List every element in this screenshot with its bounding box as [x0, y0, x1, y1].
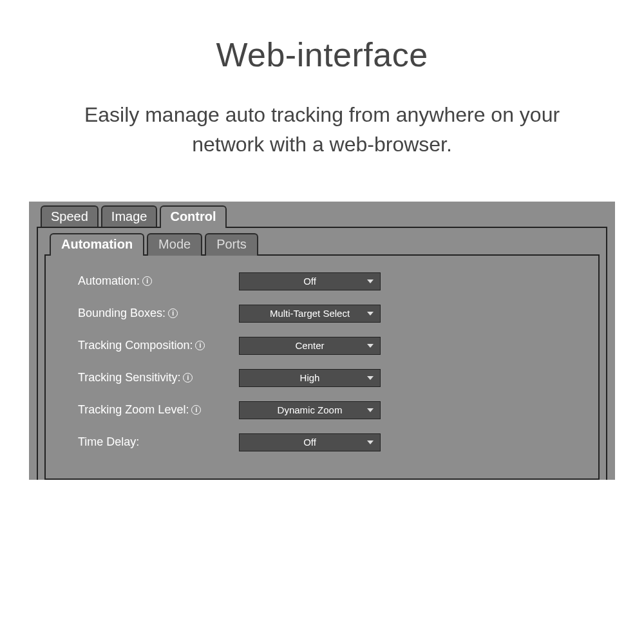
label-automation: Automation: i	[78, 274, 239, 288]
info-icon[interactable]: i	[183, 373, 193, 383]
row-bounding-boxes: Bounding Boxes: i Multi-Target Select	[78, 305, 585, 323]
control-tab-content: Automation Mode Ports Automation: i Off …	[37, 227, 607, 480]
label-automation-text: Automation:	[78, 274, 140, 288]
row-automation: Automation: i Off	[78, 272, 585, 290]
subtab-ports[interactable]: Ports	[205, 233, 258, 256]
label-bounding-boxes: Bounding Boxes: i	[78, 307, 239, 320]
chevron-down-icon	[367, 408, 374, 412]
label-tracking-composition: Tracking Composition: i	[78, 339, 239, 352]
settings-panel: Speed Image Control Automation Mode Port…	[29, 202, 615, 480]
chevron-down-icon	[367, 279, 374, 283]
select-tracking-zoom-level[interactable]: Dynamic Zoom	[239, 401, 381, 419]
select-automation[interactable]: Off	[239, 272, 381, 290]
label-tracking-composition-text: Tracking Composition:	[78, 339, 193, 352]
select-bounding-boxes[interactable]: Multi-Target Select	[239, 305, 381, 323]
select-tracking-sensitivity-value: High	[300, 372, 320, 383]
top-tabs: Speed Image Control	[41, 205, 611, 228]
row-time-delay: Time Delay: Off	[78, 433, 585, 451]
select-time-delay[interactable]: Off	[239, 433, 381, 451]
tab-control[interactable]: Control	[160, 205, 226, 228]
page-subtitle: Easily manage auto tracking from anywher…	[0, 100, 644, 160]
select-tracking-sensitivity[interactable]: High	[239, 369, 381, 387]
info-icon[interactable]: i	[195, 341, 205, 350]
label-time-delay: Time Delay:	[78, 435, 239, 449]
chevron-down-icon	[367, 376, 374, 380]
chevron-down-icon	[367, 312, 374, 316]
row-tracking-sensitivity: Tracking Sensitivity: i High	[78, 369, 585, 387]
select-bounding-boxes-value: Multi-Target Select	[270, 308, 350, 319]
row-tracking-zoom-level: Tracking Zoom Level: i Dynamic Zoom	[78, 401, 585, 419]
info-icon[interactable]: i	[168, 308, 178, 318]
label-tracking-sensitivity: Tracking Sensitivity: i	[78, 371, 239, 384]
info-icon[interactable]: i	[191, 405, 201, 415]
chevron-down-icon	[367, 344, 374, 348]
label-tracking-sensitivity-text: Tracking Sensitivity:	[78, 371, 180, 384]
select-time-delay-value: Off	[303, 437, 316, 448]
tab-speed[interactable]: Speed	[41, 205, 99, 228]
select-tracking-composition[interactable]: Center	[239, 337, 381, 355]
sub-tabs: Automation Mode Ports	[50, 233, 600, 256]
subtab-automation[interactable]: Automation	[50, 233, 144, 256]
label-tracking-zoom-level: Tracking Zoom Level: i	[78, 403, 239, 417]
select-automation-value: Off	[303, 276, 316, 287]
page-title: Web-interface	[0, 35, 644, 74]
select-tracking-composition-value: Center	[295, 340, 324, 351]
label-tracking-zoom-level-text: Tracking Zoom Level:	[78, 403, 189, 417]
label-bounding-boxes-text: Bounding Boxes:	[78, 307, 166, 320]
subtab-mode[interactable]: Mode	[147, 233, 202, 256]
row-tracking-composition: Tracking Composition: i Center	[78, 337, 585, 355]
chevron-down-icon	[367, 440, 374, 444]
automation-form: Automation: i Off Bounding Boxes: i Mult…	[44, 254, 600, 480]
tab-image[interactable]: Image	[101, 205, 158, 228]
label-time-delay-text: Time Delay:	[78, 435, 139, 449]
select-tracking-zoom-level-value: Dynamic Zoom	[278, 404, 343, 415]
info-icon[interactable]: i	[142, 276, 152, 286]
